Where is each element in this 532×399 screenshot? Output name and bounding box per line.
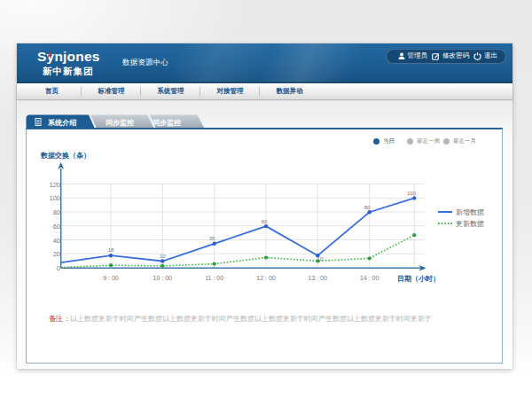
svg-text:10: 10 [160,254,166,259]
svg-text:14 : 00: 14 : 00 [360,275,379,281]
svg-text:40: 40 [53,237,60,245]
svg-text:18: 18 [108,247,114,253]
svg-text:0: 0 [57,264,60,272]
svg-text:80: 80 [364,205,371,210]
svg-text:35: 35 [209,236,215,241]
svg-text:100: 100 [49,194,60,202]
svg-text:120: 120 [49,181,60,189]
svg-text:数据交换（条）: 数据交换（条） [40,152,90,160]
svg-text:20: 20 [53,250,60,258]
svg-text:10: 10 [317,256,324,262]
svg-text:11 : 00: 11 : 00 [205,275,223,281]
svg-text:60: 60 [53,223,60,231]
svg-text:9 : 00: 9 : 00 [103,275,119,281]
svg-text:80: 80 [53,208,60,216]
svg-text:60: 60 [262,219,268,224]
svg-text:13 : 00: 13 : 00 [309,275,328,281]
svg-text:100: 100 [407,191,417,196]
svg-text:10 : 00: 10 : 00 [153,275,173,281]
svg-text:日期（小时）: 日期（小时） [397,275,440,283]
svg-text:12 : 00: 12 : 00 [256,275,276,281]
svg-text:更新数据: 更新数据 [456,220,484,228]
svg-text:新增数据: 新增数据 [456,208,484,216]
